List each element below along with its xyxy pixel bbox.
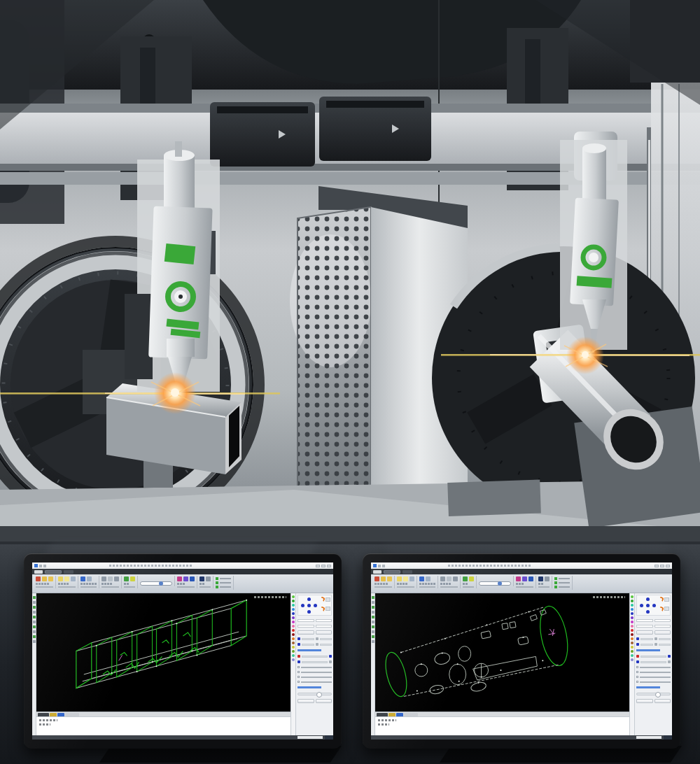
active-menu-tab[interactable] — [384, 570, 400, 574]
ribbon-mini-icon[interactable] — [61, 583, 63, 585]
panel-button[interactable] — [316, 699, 332, 703]
viewport[interactable] — [375, 593, 629, 712]
ribbon-tool-icon[interactable] — [545, 576, 550, 581]
active-menu-tab[interactable] — [45, 570, 62, 574]
palette-color-swatch[interactable] — [292, 621, 295, 623]
ribbon-mini-icon[interactable] — [177, 583, 179, 585]
tool-strip-icon[interactable] — [33, 625, 36, 628]
palette-color-swatch[interactable] — [292, 616, 295, 619]
jog-option-button[interactable] — [326, 597, 330, 602]
menu-tab[interactable] — [64, 570, 74, 574]
maximize-button[interactable] — [321, 565, 326, 567]
ribbon-mini-icon[interactable] — [402, 583, 405, 585]
tool-strip-icon[interactable] — [372, 596, 374, 599]
jog-up-button[interactable] — [307, 597, 311, 601]
tool-strip-icon[interactable] — [372, 625, 374, 628]
panel-button[interactable] — [636, 630, 653, 635]
ribbon-mini-icon[interactable] — [89, 583, 91, 585]
palette-color-swatch[interactable] — [292, 600, 295, 602]
jog-option-button[interactable] — [326, 607, 330, 611]
palette-color-swatch[interactable] — [631, 600, 634, 602]
maximize-button[interactable] — [660, 565, 664, 567]
rotate-ccw-button[interactable] — [319, 606, 326, 612]
ribbon-mini-icon[interactable] — [44, 583, 46, 585]
checkbox[interactable] — [298, 676, 300, 678]
ribbon-mini-icon[interactable] — [183, 583, 185, 585]
palette-color-swatch[interactable] — [292, 650, 295, 653]
palette-color-swatch[interactable] — [631, 629, 634, 632]
ribbon-mini-icon[interactable] — [443, 583, 445, 585]
tool-strip-icon[interactable] — [33, 606, 36, 609]
menu-tab[interactable] — [402, 570, 412, 574]
panel-field[interactable] — [640, 656, 666, 658]
palette-color-swatch[interactable] — [631, 625, 634, 628]
layer-visible-checkbox[interactable] — [554, 577, 557, 580]
ribbon-mini-icon[interactable] — [446, 583, 448, 585]
ribbon-mini-icon[interactable] — [107, 583, 109, 585]
ribbon-mini-icon[interactable] — [465, 583, 468, 585]
panel-section-link[interactable] — [298, 649, 321, 651]
ribbon-mini-icon[interactable] — [124, 583, 126, 585]
panel-field[interactable] — [320, 644, 332, 646]
ribbon-tool-icon[interactable] — [463, 576, 468, 581]
panel-section-link[interactable] — [636, 686, 660, 688]
layer-visible-checkbox[interactable] — [216, 577, 218, 580]
palette-color-swatch[interactable] — [292, 608, 295, 611]
ribbon-tool-icon[interactable] — [114, 576, 119, 581]
coordinate-field[interactable] — [316, 625, 332, 628]
tool-strip-icon[interactable] — [33, 616, 36, 618]
ribbon-mini-icon[interactable] — [110, 583, 112, 585]
panel-field[interactable] — [659, 644, 671, 646]
tool-strip-icon[interactable] — [372, 640, 374, 643]
panel-button[interactable] — [298, 699, 314, 703]
palette-color-swatch[interactable] — [631, 658, 634, 661]
ribbon-tool-icon[interactable] — [397, 576, 402, 581]
layer-visible-checkbox[interactable] — [216, 581, 218, 584]
panel-slider[interactable] — [298, 693, 332, 695]
ribbon-mini-icon[interactable] — [428, 583, 430, 585]
jog-right-button[interactable] — [652, 604, 656, 607]
minimize-button[interactable] — [316, 565, 320, 567]
file-menu-tab[interactable] — [34, 570, 43, 574]
coordinate-field[interactable] — [636, 625, 653, 628]
jog-option-button[interactable] — [664, 607, 669, 611]
palette-color-swatch[interactable] — [631, 621, 634, 623]
tool-strip-icon[interactable] — [372, 606, 374, 609]
tool-strip-icon[interactable] — [33, 640, 36, 643]
ribbon-tool-icon[interactable] — [426, 576, 430, 581]
ribbon-tool-icon[interactable] — [440, 576, 445, 581]
ribbon-mini-icon[interactable] — [80, 583, 83, 585]
panel-field[interactable] — [302, 661, 328, 663]
checkbox[interactable] — [298, 681, 300, 683]
layer-visible-checkbox[interactable] — [554, 586, 557, 588]
palette-color-swatch[interactable] — [631, 642, 634, 644]
ribbon-mini-icon[interactable] — [377, 583, 379, 585]
ribbon-tool-icon[interactable] — [419, 576, 424, 581]
ribbon-mini-icon[interactable] — [200, 583, 202, 585]
ribbon-mini-icon[interactable] — [405, 583, 407, 585]
jog-left-button[interactable] — [640, 604, 643, 607]
ribbon-tool-icon[interactable] — [183, 576, 188, 581]
panel-section-link[interactable] — [298, 686, 321, 688]
viewport[interactable] — [36, 593, 290, 712]
panel-button[interactable] — [316, 630, 332, 635]
palette-color-swatch[interactable] — [292, 625, 295, 628]
checkbox[interactable] — [298, 666, 300, 668]
ribbon-mini-icon[interactable] — [180, 583, 182, 585]
panel-section-link[interactable] — [636, 649, 660, 651]
jog-option-button[interactable] — [664, 597, 669, 602]
ribbon-tool-icon[interactable] — [124, 576, 129, 581]
ribbon-tool-icon[interactable] — [522, 576, 527, 581]
palette-color-swatch[interactable] — [292, 637, 295, 640]
ribbon-mini-icon[interactable] — [102, 583, 104, 585]
zoom-slider[interactable] — [140, 581, 172, 586]
ribbon-mini-icon[interactable] — [538, 583, 540, 585]
coordinate-field[interactable] — [298, 625, 314, 628]
palette-color-swatch[interactable] — [292, 646, 295, 649]
ribbon-mini-icon[interactable] — [66, 583, 69, 585]
ribbon-mini-icon[interactable] — [38, 583, 41, 585]
ribbon-mini-icon[interactable] — [425, 583, 427, 585]
ribbon-mini-icon[interactable] — [463, 583, 465, 585]
jog-up-button[interactable] — [646, 597, 650, 601]
ribbon-mini-icon[interactable] — [202, 583, 204, 585]
